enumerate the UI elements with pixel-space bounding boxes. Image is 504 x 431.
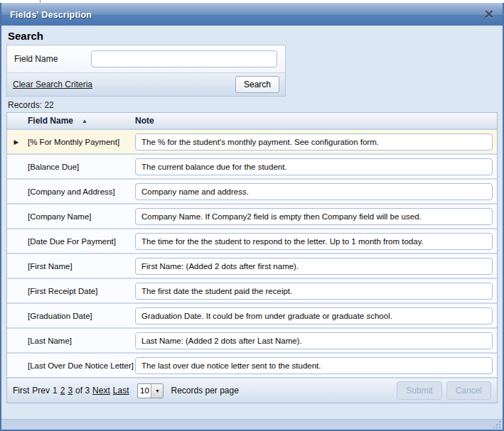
search-panel-footer: Clear Search Criteria Search xyxy=(7,72,285,96)
records-per-page-label: Records per page xyxy=(171,386,238,395)
table-row[interactable]: [Last Over Due Notice Letter] The last o… xyxy=(7,352,497,377)
table-row[interactable]: [First Name] First Name: (Added 2 dots a… xyxy=(7,253,497,278)
note-input[interactable]: Company name and address. xyxy=(135,183,493,200)
records-count: 22 xyxy=(44,100,53,110)
dropdown-arrow-icon[interactable]: ▼ xyxy=(151,384,163,398)
note-cell: Company name and address. xyxy=(135,183,497,200)
pager-3[interactable]: 3 xyxy=(68,386,73,395)
field-name-cell: [% For Monthly Payment] xyxy=(26,138,135,146)
cancel-button[interactable]: Cancel xyxy=(446,381,491,400)
close-icon[interactable]: ✕ xyxy=(484,9,494,21)
note-input[interactable]: The last over due notice letter sent to … xyxy=(135,357,493,374)
row-selector-arrow: ▶ xyxy=(7,138,26,146)
table-row[interactable]: [Company and Address] Company name and a… xyxy=(7,178,497,203)
records-per-page-value: 10 xyxy=(138,384,151,398)
field-name-label: Field Name xyxy=(14,54,91,64)
note-input[interactable]: Graduation Date. It could be from under … xyxy=(135,307,493,324)
note-input[interactable]: Company Name. If Company2 field is empty… xyxy=(135,208,493,225)
table-row[interactable]: [Company Name] Company Name. If Company2… xyxy=(7,203,497,228)
pager-prev: Prev xyxy=(32,386,50,395)
pager-2[interactable]: 2 xyxy=(60,386,65,395)
field-name-cell: [Last Name] xyxy=(26,337,135,345)
records-per-page-select[interactable]: 10 ▼ xyxy=(137,383,163,398)
field-name-cell: [First Name] xyxy=(26,262,135,271)
field-name-cell: [Balance Due] xyxy=(26,163,135,171)
note-cell: The time for the the student to respond … xyxy=(135,233,497,250)
pager-of-3: of 3 xyxy=(75,386,90,395)
fields-table: Field Name▲ Note ▶ [% For Monthly Paymen… xyxy=(6,112,498,403)
field-name-cell: [Company and Address] xyxy=(26,187,135,196)
table-body: ▶ [% For Monthly Payment] The % for the … xyxy=(7,130,497,377)
field-name-input[interactable] xyxy=(91,50,277,67)
pagination-bar: FirstPrev123of 3NextLast 10 ▼ Records pe… xyxy=(7,377,497,403)
table-row[interactable]: [Graduation Date] Graduation Date. It co… xyxy=(7,302,497,327)
search-heading: Search xyxy=(8,30,498,42)
empty-area xyxy=(6,403,498,419)
records-count-line: Records: 22 xyxy=(8,100,498,110)
note-cell: Last Name: (Added 2 dots after Last Name… xyxy=(135,332,497,349)
submit-button[interactable]: Submit xyxy=(397,381,441,400)
field-name-cell: [Last Over Due Notice Letter] xyxy=(26,361,135,370)
field-name-cell: [Date Due For Payment] xyxy=(26,237,135,246)
fields-description-dialog: Fields' Description ✕ Search Field Name … xyxy=(0,3,504,431)
field-name-cell: [First Receipt Date] xyxy=(26,287,135,295)
pager-last[interactable]: Last xyxy=(113,386,129,395)
note-input[interactable]: The time for the the student to respond … xyxy=(135,233,493,250)
table-row[interactable]: [First Receipt Date] The first date the … xyxy=(7,278,497,302)
dialog-titlebar: Fields' Description ✕ xyxy=(1,3,503,26)
note-cell: First Name: (Added 2 dots after first na… xyxy=(135,258,497,275)
table-header-row: Field Name▲ Note xyxy=(7,113,497,130)
field-name-column-header[interactable]: Field Name▲ xyxy=(26,116,135,126)
field-name-cell: [Graduation Date] xyxy=(26,312,135,320)
pager-links: FirstPrev123of 3NextLast xyxy=(13,386,132,395)
pager-next[interactable]: Next xyxy=(92,386,110,395)
note-cell: The last over due notice letter sent to … xyxy=(135,357,497,374)
table-row[interactable]: [Balance Due] The current balance due fo… xyxy=(7,153,497,178)
search-field-row: Field Name xyxy=(7,45,285,72)
dialog-statusbar xyxy=(1,419,503,430)
search-panel: Field Name Clear Search Criteria Search xyxy=(6,45,286,97)
note-input[interactable]: The current balance due for the student. xyxy=(135,158,493,175)
note-input[interactable]: The first date the student paid the rece… xyxy=(135,283,493,300)
screen: Fields' Description ✕ Search Field Name … xyxy=(0,0,504,431)
note-input[interactable]: First Name: (Added 2 dots after first na… xyxy=(135,258,493,275)
pager-first: First xyxy=(13,386,29,395)
note-cell: The first date the student paid the rece… xyxy=(135,283,497,300)
note-cell: Graduation Date. It could be from under … xyxy=(135,307,497,324)
clear-search-criteria-link[interactable]: Clear Search Criteria xyxy=(13,80,92,89)
note-input[interactable]: Last Name: (Added 2 dots after Last Name… xyxy=(135,332,493,349)
dialog-title: Fields' Description xyxy=(10,10,484,20)
sort-ascending-icon: ▲ xyxy=(82,118,87,124)
note-cell: The current balance due for the student. xyxy=(135,158,497,175)
table-row[interactable]: [Last Name] Last Name: (Added 2 dots aft… xyxy=(7,327,497,352)
pager-1: 1 xyxy=(53,386,58,395)
note-cell: The % for the student's monthly payment.… xyxy=(135,133,497,151)
table-row[interactable]: [Date Due For Payment] The time for the … xyxy=(7,228,497,253)
field-name-cell: [Company Name] xyxy=(26,212,135,221)
note-cell: Company Name. If Company2 field is empty… xyxy=(135,208,497,225)
search-button[interactable]: Search xyxy=(235,76,279,93)
note-input[interactable]: The % for the student's monthly payment.… xyxy=(135,133,493,151)
records-label: Records: xyxy=(8,100,42,110)
note-column-header[interactable]: Note xyxy=(135,116,497,126)
table-row[interactable]: ▶ [% For Monthly Payment] The % for the … xyxy=(7,130,497,153)
dialog-body: Search Field Name Clear Search Criteria … xyxy=(1,26,503,419)
resize-grip-handle[interactable] xyxy=(493,420,501,429)
